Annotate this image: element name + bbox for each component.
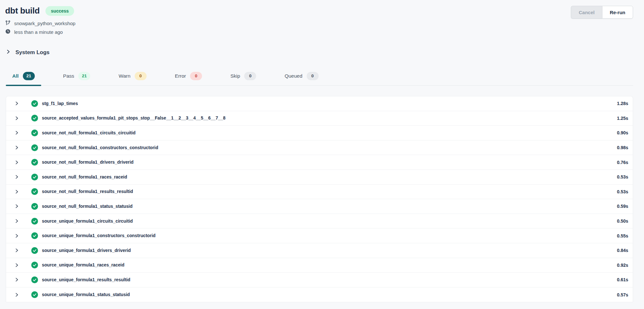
page-title: dbt build: [5, 6, 40, 16]
success-check-icon: [31, 218, 38, 225]
results-list: stg_f1_lap_times 1.28s source_accepted_v…: [6, 96, 633, 302]
result-row[interactable]: stg_f1_lap_times 1.28s: [6, 96, 633, 111]
expand-chevron-icon[interactable]: [14, 189, 19, 194]
tab-label: Skip: [230, 73, 240, 79]
result-row[interactable]: source_not_null_formula1_drivers_driveri…: [6, 155, 633, 170]
result-duration: 0.57s: [617, 292, 628, 297]
result-row[interactable]: source_unique_formula1_status_statusid 0…: [6, 287, 633, 302]
result-row[interactable]: source_unique_formula1_races_raceid 0.92…: [6, 258, 633, 273]
success-check-icon: [31, 188, 38, 195]
result-duration: 1.25s: [617, 116, 628, 121]
clock-icon: [5, 29, 11, 35]
time-ago: less than a minute ago: [14, 29, 63, 35]
result-name: source_not_null_formula1_status_statusid: [42, 204, 132, 209]
success-check-icon: [31, 276, 38, 283]
cancel-button[interactable]: Cancel: [571, 6, 602, 19]
result-duration: 0.98s: [617, 145, 628, 150]
result-name: source_not_null_formula1_constructors_co…: [42, 145, 158, 150]
tab-label: Pass: [63, 73, 74, 79]
result-name: source_unique_formula1_status_statusid: [42, 292, 130, 297]
expand-chevron-icon[interactable]: [14, 160, 19, 165]
result-name: source_not_null_formula1_circuits_circui…: [42, 130, 136, 135]
tab-label: Error: [175, 73, 186, 79]
result-row[interactable]: source_accepted_values_formula1_pit_stop…: [6, 111, 633, 126]
expand-chevron-icon[interactable]: [14, 116, 19, 121]
expand-chevron-icon[interactable]: [14, 234, 19, 238]
system-logs-label: System Logs: [15, 49, 50, 56]
result-row[interactable]: source_not_null_formula1_circuits_circui…: [6, 126, 633, 140]
result-row[interactable]: source_not_null_formula1_status_statusid…: [6, 199, 633, 214]
tab-count-badge: 21: [23, 72, 35, 80]
result-name: source_unique_formula1_results_resultid: [42, 277, 130, 282]
tab-label: Queued: [284, 73, 302, 79]
result-row[interactable]: source_unique_formula1_drivers_driverid …: [6, 243, 633, 258]
success-check-icon: [31, 174, 38, 180]
run-header: dbt build success snowpark_python_worksh…: [0, 0, 644, 35]
expand-chevron-icon[interactable]: [14, 145, 19, 150]
status-badge: success: [45, 6, 74, 16]
result-name: source_not_null_formula1_races_raceid: [42, 175, 127, 179]
expand-chevron-icon[interactable]: [14, 175, 19, 179]
result-duration: 0.59s: [617, 204, 628, 209]
git-branch-icon: [5, 20, 11, 26]
success-check-icon: [31, 262, 38, 268]
success-check-icon: [31, 159, 38, 166]
tab-count-badge: 0: [135, 72, 147, 80]
success-check-icon: [31, 100, 38, 107]
result-duration: 0.76s: [617, 160, 628, 165]
run-actions: Cancel Re-run: [571, 6, 633, 19]
tab-skip[interactable]: Skip 0: [224, 69, 263, 85]
result-duration: 0.84s: [617, 248, 628, 253]
result-name: source_unique_formula1_circuits_circuiti…: [42, 219, 133, 224]
tab-error[interactable]: Error 0: [168, 69, 208, 85]
tab-label: All: [12, 73, 19, 79]
success-check-icon: [31, 232, 38, 239]
result-name: source_accepted_values_formula1_pit_stop…: [42, 116, 226, 121]
result-name: source_not_null_formula1_results_resulti…: [42, 189, 133, 194]
tab-pass[interactable]: Pass 21: [57, 69, 97, 85]
tab-queued[interactable]: Queued 0: [278, 69, 325, 85]
chevron-right-icon: [6, 49, 11, 56]
result-duration: 0.53s: [617, 189, 628, 194]
success-check-icon: [31, 144, 38, 151]
success-check-icon: [31, 130, 38, 136]
result-duration: 0.61s: [617, 277, 628, 282]
time-row: less than a minute ago: [5, 29, 633, 35]
branch-row: snowpark_python_workshop: [5, 20, 633, 26]
result-name: source_unique_formula1_constructors_cons…: [42, 233, 156, 238]
tab-all[interactable]: All 21: [6, 69, 41, 85]
system-logs-toggle[interactable]: System Logs: [6, 49, 50, 56]
result-duration: 0.50s: [617, 218, 628, 224]
result-name: source_unique_formula1_drivers_driverid: [42, 248, 131, 253]
expand-chevron-icon[interactable]: [14, 263, 19, 267]
expand-chevron-icon[interactable]: [14, 248, 19, 253]
expand-chevron-icon[interactable]: [14, 277, 19, 282]
result-row[interactable]: source_not_null_formula1_results_resulti…: [6, 185, 633, 199]
success-check-icon: [31, 115, 38, 121]
success-check-icon: [31, 291, 38, 298]
result-duration: 1.28s: [617, 101, 628, 106]
tab-count-badge: 21: [78, 72, 90, 80]
tab-count-badge: 0: [307, 72, 319, 80]
result-duration: 0.53s: [617, 174, 628, 179]
result-row[interactable]: source_not_null_formula1_constructors_co…: [6, 140, 633, 155]
expand-chevron-icon[interactable]: [14, 293, 19, 297]
result-name: source_not_null_formula1_drivers_driveri…: [42, 160, 133, 165]
expand-chevron-icon[interactable]: [14, 219, 19, 223]
tab-warn[interactable]: Warn 0: [112, 69, 153, 85]
expand-chevron-icon[interactable]: [14, 204, 19, 208]
expand-chevron-icon[interactable]: [14, 130, 19, 135]
result-row[interactable]: source_not_null_formula1_races_raceid 0.…: [6, 170, 633, 185]
expand-chevron-icon[interactable]: [14, 101, 19, 106]
run-meta: snowpark_python_workshop less than a min…: [5, 20, 633, 35]
result-row[interactable]: source_unique_formula1_circuits_circuiti…: [6, 214, 633, 229]
tabs: All 21 Pass 21 Warn 0 Error 0 Skip 0 Que…: [6, 69, 633, 86]
tab-count-badge: 0: [190, 72, 202, 80]
result-row[interactable]: source_unique_formula1_constructors_cons…: [6, 228, 633, 243]
title-row: dbt build success: [5, 6, 633, 16]
result-row[interactable]: source_unique_formula1_results_resultid …: [6, 273, 633, 287]
tab-count-badge: 0: [244, 72, 256, 80]
success-check-icon: [31, 203, 38, 210]
success-check-icon: [31, 247, 38, 254]
rerun-button[interactable]: Re-run: [602, 6, 633, 19]
